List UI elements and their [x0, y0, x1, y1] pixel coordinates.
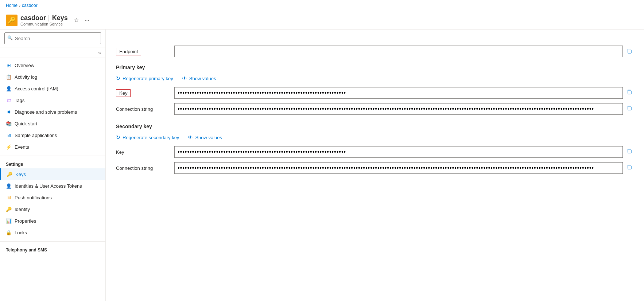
show-values-secondary-icon: 👁 [188, 134, 193, 140]
regenerate-primary-button[interactable]: ↻ Regenerate primary key [116, 75, 173, 81]
events-label: Events [15, 144, 29, 150]
push-notifications-icon: 🖥 [6, 195, 12, 200]
quick-start-icon: 📚 [6, 121, 12, 126]
quick-start-label: Quick start [15, 121, 37, 126]
more-options-button[interactable]: ··· [83, 16, 91, 25]
sidebar-item-events[interactable]: ⚡ Events [0, 141, 105, 153]
identity-label: Identity [15, 207, 30, 212]
secondary-key-copy-button[interactable] [625, 147, 634, 157]
sample-apps-icon: 🖥 [6, 132, 12, 138]
keys-icon: 🔑 [7, 171, 12, 177]
primary-key-input[interactable] [174, 87, 623, 99]
primary-connection-copy-button[interactable] [625, 104, 634, 114]
secondary-key-label: Key [116, 149, 174, 155]
sidebar-item-activity-log[interactable]: 📋 Activity log [0, 71, 105, 83]
search-icon: 🔍 [7, 35, 13, 40]
sidebar-item-overview[interactable]: ⊞ Overview [0, 59, 105, 71]
svg-rect-4 [628, 166, 631, 169]
regenerate-secondary-button[interactable]: ↻ Regenerate secondary key [116, 134, 179, 140]
locks-icon: 🔒 [6, 230, 12, 235]
primary-connection-label: Connection string [116, 106, 174, 112]
breadcrumb-resource[interactable]: casdoor [22, 3, 38, 8]
sidebar-item-access-control[interactable]: 👤 Access control (IAM) [0, 83, 105, 94]
sidebar-item-tags[interactable]: 🏷 Tags [0, 94, 105, 106]
endpoint-input[interactable] [174, 46, 623, 57]
sidebar: 🔍 « ⊞ Overview 📋 Activity log 👤 Access c… [0, 30, 106, 301]
telephony-section-label: Telephony and SMS [0, 245, 105, 254]
sidebar-item-locks[interactable]: 🔒 Locks [0, 227, 105, 238]
breadcrumb-home[interactable]: Home [6, 3, 18, 8]
overview-label: Overview [15, 63, 34, 68]
properties-label: Properties [15, 218, 36, 224]
secondary-connection-input[interactable] [174, 162, 623, 174]
endpoint-row: Endpoint [116, 46, 634, 57]
diagnose-icon: ✖ [6, 109, 12, 115]
settings-section-label: Settings [0, 159, 105, 168]
overview-icon: ⊞ [6, 62, 12, 68]
show-values-primary-button[interactable]: 👁 Show values [182, 75, 216, 81]
svg-rect-0 [628, 50, 631, 53]
activity-log-icon: 📋 [6, 74, 12, 80]
primary-actions-row: ↻ Regenerate primary key 👁 Show values [116, 75, 634, 81]
primary-key-copy-button[interactable] [625, 88, 634, 98]
breadcrumb-sep1: › [19, 3, 20, 8]
regenerate-secondary-icon: ↻ [116, 134, 120, 140]
resource-subtitle: Communication Service [20, 22, 68, 26]
settings-section-divider [0, 156, 105, 156]
secondary-connection-copy-button[interactable] [625, 163, 634, 173]
sidebar-item-identities[interactable]: 👤 Identities & User Access Tokens [0, 180, 105, 192]
show-values-primary-label: Show values [189, 76, 216, 81]
sidebar-item-sample-apps[interactable]: 🖥 Sample applications [0, 129, 105, 141]
access-control-icon: 👤 [6, 86, 12, 91]
primary-key-title: Primary key [116, 64, 634, 70]
secondary-key-input[interactable] [174, 146, 623, 158]
sidebar-item-quick-start[interactable]: 📚 Quick start [0, 118, 105, 129]
tags-label: Tags [15, 98, 24, 103]
show-values-secondary-button[interactable]: 👁 Show values [188, 134, 222, 140]
secondary-connection-label: Connection string [116, 165, 174, 171]
svg-rect-1 [628, 91, 631, 94]
identity-icon: 🔑 [6, 206, 12, 212]
svg-rect-3 [628, 150, 631, 153]
search-input[interactable] [4, 32, 101, 44]
locks-label: Locks [15, 230, 27, 235]
secondary-key-title: Secondary key [116, 124, 634, 129]
sidebar-item-identity[interactable]: 🔑 Identity [0, 203, 105, 215]
primary-connection-input[interactable] [174, 103, 623, 115]
keys-label: Keys [15, 172, 26, 177]
show-values-secondary-label: Show values [195, 135, 222, 140]
breadcrumb: Home › casdoor [0, 0, 644, 11]
regenerate-secondary-label: Regenerate secondary key [123, 135, 179, 140]
properties-icon: 📊 [6, 218, 12, 224]
primary-key-row: Key [116, 87, 634, 99]
sidebar-item-push-notifications[interactable]: 🖥 Push notifications [0, 192, 105, 203]
activity-log-label: Activity log [15, 74, 37, 80]
primary-connection-row: Connection string [116, 103, 634, 115]
secondary-connection-row: Connection string [116, 162, 634, 174]
events-icon: ⚡ [6, 144, 12, 150]
identities-label: Identities & User Access Tokens [15, 183, 82, 189]
show-values-primary-icon: 👁 [182, 75, 187, 81]
sidebar-item-keys[interactable]: 🔑 Keys [0, 168, 105, 180]
diagnose-label: Diagnose and solve problems [15, 109, 77, 115]
content-area: Endpoint Primary key ↻ Regenerate primar… [106, 30, 644, 301]
secondary-actions-row: ↻ Regenerate secondary key 👁 Show values [116, 134, 634, 140]
sidebar-collapse-button[interactable]: « [97, 49, 102, 56]
secondary-key-row: Key [116, 146, 634, 158]
resource-separator: | [48, 14, 50, 22]
identities-icon: 👤 [6, 183, 12, 189]
resource-title: casdoor [20, 14, 46, 22]
endpoint-label: Endpoint [116, 48, 174, 55]
endpoint-copy-button[interactable] [625, 47, 634, 56]
sidebar-item-properties[interactable]: 📊 Properties [0, 215, 105, 227]
resource-icon: 🔑 [6, 15, 18, 26]
svg-rect-2 [628, 107, 631, 110]
sample-apps-label: Sample applications [15, 133, 57, 138]
access-control-label: Access control (IAM) [15, 86, 58, 91]
telephony-section-divider [0, 241, 105, 242]
sidebar-item-diagnose[interactable]: ✖ Diagnose and solve problems [0, 106, 105, 118]
resource-page: Keys [52, 14, 68, 22]
favorite-button[interactable]: ☆ [72, 15, 80, 25]
push-notifications-label: Push notifications [15, 195, 52, 200]
sidebar-nav: ⊞ Overview 📋 Activity log 👤 Access contr… [0, 58, 105, 301]
